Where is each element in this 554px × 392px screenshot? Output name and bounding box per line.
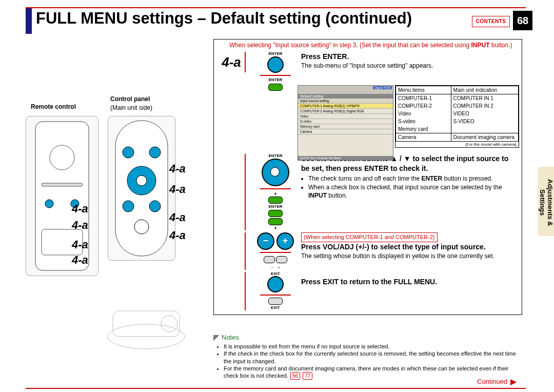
continued-label: Continued (477, 378, 517, 385)
notes-list: It is impossible to exit from the menu i… (215, 343, 523, 380)
panel-outline-icon (108, 116, 175, 260)
step-4a-body: The sub-menu of "Input source setting" a… (301, 62, 433, 69)
select-text: Use the selection buttons ▲ / ▼ to selec… (301, 154, 518, 230)
grid-r2c2: COMPUTER IN 2 (451, 102, 518, 110)
svg-rect-2 (42, 183, 83, 186)
intro-end: button.) (489, 42, 512, 49)
grid-camera-c1: Camera (396, 133, 451, 142)
control-panel-label: Control panel (110, 95, 150, 103)
osd-top-icons: Digital RGB (298, 86, 393, 94)
enter-label-bottom2: ENTER (250, 205, 301, 209)
continued-arrow-icon (510, 379, 517, 385)
grid-r4c1: S-video (396, 117, 451, 125)
osd-item-6: Camera (298, 129, 393, 134)
note-2: If the check in the check box for the cu… (224, 350, 523, 365)
notes-heading: Notes (213, 334, 239, 341)
grid-r2c1: COMPUTER-2 (396, 102, 451, 110)
grid-r3c1: Video (396, 110, 451, 117)
projector-icon (103, 296, 190, 352)
vol-text: (When selecting COMPUTER-1 and COMPUTER-… (301, 232, 518, 269)
svg-point-8 (149, 147, 161, 158)
osd-title: Default setting (298, 94, 393, 99)
grid-r4c2: S-VIDEO (451, 117, 518, 125)
exit-head: Press EXIT to return to the FULL MENU. (301, 278, 437, 286)
grid-r5c1: Memory card (396, 125, 451, 133)
osd-top-badge: Digital RGB (373, 86, 392, 89)
grid-head2: Main unit indication (451, 86, 518, 94)
step-number: 4-a (218, 52, 246, 72)
osd-subtitle: Input source setting (298, 99, 393, 104)
select-icons: ENTER ▲ ENTER ▼ (250, 154, 301, 230)
enter-pill-icon (268, 84, 283, 91)
menu-items-table: Menu items Main unit indication COMPUTER… (395, 85, 519, 148)
exit-label2: EXIT (250, 306, 301, 310)
grid-r5c2 (451, 125, 518, 127)
exit-icons: EXIT EXIT (250, 272, 301, 311)
select-step-row: ENTER ▲ ENTER ▼ Use the selection button… (214, 153, 522, 231)
page-frame: FULL MENU settings – Default setting (co… (26, 7, 526, 389)
callout-panel-2: 4-a (169, 183, 186, 196)
callout-remote-1: 4-a (72, 202, 88, 215)
vol-step-row: −+ − + (When selecting COMPUTER-1 and CO… (214, 231, 522, 270)
page-title: FULL MENU settings – Default setting (co… (36, 9, 412, 28)
svg-point-11 (123, 201, 134, 212)
step-4a-icons: ENTER ENTER (250, 52, 301, 152)
exit-button-icon (267, 276, 284, 292)
remote-control-label: Remote control (31, 103, 76, 110)
down-pill-icon (268, 218, 283, 225)
instruction-box: When selecting "Input source setting" in… (213, 39, 522, 315)
svg-point-3 (45, 200, 53, 208)
osd-item-3: Video (298, 114, 393, 119)
title-accent-bar (26, 8, 32, 34)
enter-button-icon (267, 56, 284, 73)
intro-line1: When selecting "Input source setting" in… (229, 42, 471, 49)
grid-r3c2: VIDEO (451, 110, 518, 117)
enter-label-top: ENTER (250, 52, 301, 56)
callout-remote-3: 4-a (72, 238, 88, 251)
exit-pill-icon (268, 298, 283, 305)
select-bullet1: The check turns on and off each time the… (308, 174, 518, 183)
grid-r1c2: COMPUTER IN 1 (451, 94, 518, 102)
enter-pill2-icon (268, 210, 283, 217)
page-ref-56[interactable]: 56 (290, 372, 300, 380)
osd-screenshot: Digital RGB Default setting Input source… (298, 85, 393, 161)
callout-panel-4: 4-a (169, 229, 186, 242)
svg-point-10 (136, 175, 147, 186)
svg-point-12 (149, 201, 161, 212)
callout-remote-4: 4-a (72, 253, 88, 267)
up-pill-icon (268, 197, 283, 204)
enter-label-top2: ENTER (250, 154, 301, 159)
svg-point-16 (161, 316, 177, 332)
vol-body: The setting whose button is displayed in… (301, 252, 494, 260)
callout-panel-3: 4-a (169, 211, 186, 224)
page-number: 68 (513, 11, 532, 30)
note-1: It is impossible to exit from the menu i… (224, 343, 523, 350)
select-bullet2: When a check box is checked, that input … (308, 183, 518, 200)
vol-head: Press VOL/ADJ (+/-) to select the type o… (301, 243, 486, 251)
intro-input-btn: INPUT (471, 42, 489, 49)
exit-step-row: EXIT EXIT Press EXIT to return to the FU… (214, 271, 522, 312)
grid-head1: Menu items (396, 86, 451, 94)
callout-panel-1: 4-a (169, 162, 186, 175)
svg-point-7 (123, 147, 134, 158)
callout-remote-2: 4-a (72, 219, 88, 232)
osd-footer: QUICK Item Change Set Back (298, 156, 393, 160)
remote-outline-icon (26, 116, 98, 276)
osd-item-4: S-video (298, 119, 393, 124)
minus-pill-icon (264, 256, 275, 263)
vol-minus-icon: − (257, 232, 274, 250)
step-4a-head: Press ENTER. (301, 52, 349, 61)
vol-icons: −+ − + (250, 232, 301, 269)
grid-camera-c2: Document imaging camera (451, 133, 518, 142)
exit-text: Press EXIT to return to the FULL MENU. (301, 272, 518, 311)
page-ref-77[interactable]: 77 (303, 372, 312, 380)
vol-red-note: (When selecting COMPUTER-1 and COMPUTER-… (301, 232, 438, 242)
dpad-icon (262, 159, 289, 186)
vol-plus-icon: + (276, 232, 294, 250)
contents-button[interactable]: CONTENTS (472, 16, 510, 27)
svg-point-13 (134, 220, 149, 234)
side-tab[interactable]: Adjustments & Settings (538, 167, 554, 236)
enter-label-bottom: ENTER (250, 78, 301, 83)
control-panel-sublabel: (Main unit side) (110, 104, 152, 111)
remote-control-illustration (26, 116, 98, 276)
